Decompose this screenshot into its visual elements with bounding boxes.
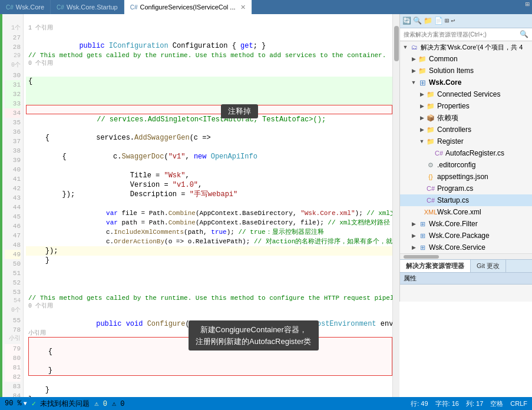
code-line-83: [26, 376, 392, 385]
expand-editorconfig: [418, 161, 426, 169]
tree-label-editorconfig: .editorconfig: [437, 161, 475, 169]
tree-editorconfig[interactable]: ⚙ .editorconfig: [400, 159, 532, 171]
tab-configure-label: ConfigureServices(IServiceCol ...: [140, 4, 235, 11]
se-toolbar-icon-6[interactable]: ↩: [451, 16, 455, 25]
project-icon-service: ⊞: [418, 243, 427, 252]
ref-count-55: 0 个引用: [26, 302, 392, 310]
tree-label-controllers: Controllers: [437, 125, 471, 134]
tab-startup-label: Wsk.Core.Startup: [67, 4, 118, 11]
se-toolbar-icon-2[interactable]: 🔍: [413, 16, 422, 25]
tree-label-package: Wsk.Core.Package: [429, 232, 490, 240]
status-warnings: ⚠ 0: [94, 399, 107, 408]
tree-wsk-core-xml[interactable]: XML Wsk.Core.xml: [400, 206, 532, 218]
tree-label-properties: Properties: [437, 102, 470, 110]
cs-icon-startup: C#: [426, 196, 435, 205]
code-line-32: [26, 86, 392, 95]
code-line-49: });: [26, 246, 392, 256]
search-input[interactable]: [404, 31, 520, 38]
tree-register[interactable]: ▼ 📁 Register: [400, 135, 532, 147]
xml-icon-wsk: XML: [426, 207, 435, 217]
project-icon-package: ⊞: [418, 231, 427, 240]
expand-wsk-core[interactable]: ▼: [409, 78, 418, 87]
tab-git-changes[interactable]: Git 更改: [471, 260, 506, 272]
code-line-47: c.OrderActionBy(o => o.RelativePath); //…: [26, 227, 392, 237]
tree-wsk-core[interactable]: ▼ ⊞ Wsk.Core: [400, 77, 532, 88]
tab-se-label: 解决方案资源管理器: [406, 262, 464, 270]
se-toolbar-icon-5[interactable]: ⊞: [445, 16, 449, 25]
expand-connected-services[interactable]: ▶: [418, 90, 426, 98]
tree-appsettings[interactable]: {} appsettings.json: [400, 171, 532, 183]
se-toolbar-icon-1[interactable]: 🔄: [402, 16, 411, 25]
tab-solution-explorer[interactable]: 解决方案资源管理器: [400, 260, 471, 272]
code-line-42: Description = "手写webapi": [26, 180, 392, 190]
code-line-26: [26, 14, 392, 24]
zoom-label: 90 %: [5, 399, 22, 408]
tree-label-connected-services: Connected Services: [437, 90, 500, 98]
tree-package[interactable]: ▶ ⊞ Wsk.Core.Package: [400, 230, 532, 242]
status-space: 空格: [490, 399, 503, 408]
expand-properties[interactable]: ▶: [418, 102, 426, 110]
expand-filter[interactable]: ▶: [409, 220, 418, 228]
expand-package[interactable]: ▶: [409, 232, 418, 240]
tree-autofac-register[interactable]: C# AutofacRegister.cs: [400, 147, 532, 159]
expand-solution[interactable]: ▼: [401, 43, 409, 51]
expand-program: [418, 184, 426, 193]
code-editor: 1个 27 28 29 0个 30 31 32 33 34 35 36 37 3…: [0, 14, 399, 397]
search-bar: 🔍: [400, 28, 532, 41]
tree-label-startup-cs: Startup.cs: [437, 196, 469, 204]
expand-deps[interactable]: ▶: [418, 114, 426, 122]
tree-common[interactable]: ▶ 📁 Common: [400, 53, 532, 65]
code-line-34: // services.AddSingleton<ITestAutofac, T…: [26, 105, 392, 114]
cs-tab-icon-2: C#: [57, 4, 64, 11]
status-right: 行: 49 字符: 16 列: 17 空格 CRLF: [411, 399, 527, 408]
code-line-43: });: [26, 190, 392, 199]
hscroll-thumb[interactable]: [404, 255, 439, 259]
code-line-37: {: [26, 133, 392, 143]
tab-wsk-core[interactable]: C# Wsk.Core: [0, 0, 51, 14]
zoom-control[interactable]: 90 % ▼: [5, 399, 27, 408]
tree-area[interactable]: ▼ 🗂 解决方案'Wsk.Core'(4 个项目，共 4 ▶ 📁 Common …: [400, 41, 532, 253]
tree-service[interactable]: ▶ ⊞ Wsk.Core.Service: [400, 242, 532, 253]
folder-icon-controllers: 📁: [426, 125, 435, 134]
tree-program-cs[interactable]: C# Program.cs: [400, 183, 532, 194]
cs-icon-program: C#: [426, 184, 435, 193]
expand-appsettings: [418, 173, 426, 181]
zoom-down-icon[interactable]: ▼: [24, 401, 27, 407]
expand-register[interactable]: ▼: [418, 137, 426, 146]
tree-filter[interactable]: ▶ ⊞ Wsk.Core.Filter: [400, 218, 532, 230]
vertical-scrollbar[interactable]: [392, 14, 399, 397]
code-line-36: services.AddSwaggerGen(c =>: [26, 124, 392, 133]
se-toolbar-icon-4[interactable]: 📄: [434, 16, 443, 25]
tree-controllers[interactable]: ▶ 📁 Controllers: [400, 124, 532, 135]
tree-solution-items[interactable]: ▶ 📁 Solution Items: [400, 65, 532, 77]
tab-startup[interactable]: C# Wsk.Core.Startup: [51, 0, 124, 14]
folder-icon-connected: 📁: [426, 90, 435, 99]
new-tab-button[interactable]: ⊞: [526, 0, 530, 14]
code-line-53: [26, 284, 392, 293]
tab-close-icon[interactable]: ✕: [240, 4, 246, 11]
expand-service[interactable]: ▶: [409, 243, 418, 252]
expand-common[interactable]: ▶: [409, 55, 418, 63]
expand-controllers[interactable]: ▶: [418, 125, 426, 134]
se-toolbar-icon-3[interactable]: 📁: [424, 16, 432, 25]
tree-dependencies[interactable]: ▶ 📦 依赖项: [400, 112, 532, 124]
tree-solution-root[interactable]: ▼ 🗂 解决方案'Wsk.Core'(4 个项目，共 4: [400, 41, 532, 53]
code-line-82: }: [29, 366, 392, 375]
code-line-40: Title = "Wsk",: [26, 161, 392, 171]
scroll-thumb[interactable]: [394, 26, 399, 61]
status-errors: ⚠ 0: [112, 399, 125, 408]
search-button[interactable]: 🔍: [520, 30, 528, 39]
code-content[interactable]: 1 个引用 public IConfiguration Configuratio…: [24, 14, 392, 397]
tree-label-common: Common: [429, 55, 458, 63]
right-side-panel: 🔄 🔍 📁 📄 ⊞ ↩ 🔍 ▼ 🗂: [399, 14, 532, 397]
code-line-29-comment: // This method gets called by the runtim…: [26, 51, 392, 59]
folder-icon-common: 📁: [418, 54, 427, 64]
config-icon-editor: ⚙: [426, 160, 435, 170]
tab-configure[interactable]: C# ConfigureServices(IServiceCol ... ✕: [124, 0, 252, 14]
expand-solution-items[interactable]: ▶: [409, 67, 418, 75]
tree-properties[interactable]: ▶ 📁 Properties: [400, 100, 532, 112]
tree-connected-services[interactable]: ▶ 📁 Connected Services: [400, 88, 532, 100]
tree-startup-cs[interactable]: C# Startup.cs: [400, 194, 532, 206]
horizontal-scrollbar[interactable]: [400, 253, 532, 259]
se-toolbar: 🔄 🔍 📁 📄 ⊞ ↩: [400, 14, 532, 28]
